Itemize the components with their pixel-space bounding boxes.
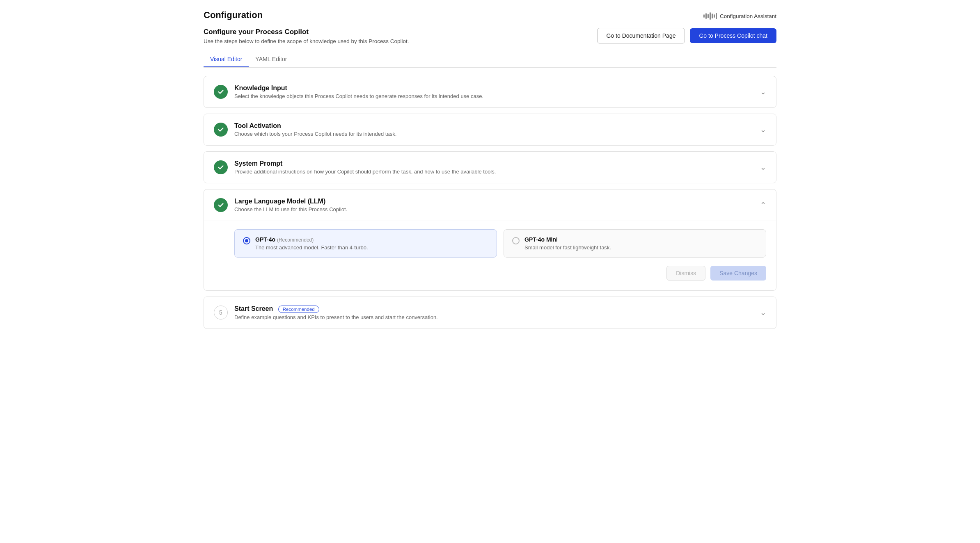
system-prompt-desc: Provide additional instructions on how y… xyxy=(234,169,496,175)
llm-gpt4o-mini-desc: Small model for fast lightweight task. xyxy=(524,244,611,251)
waveform-icon xyxy=(703,12,717,20)
copilot-chat-button[interactable]: Go to Process Copilot chat xyxy=(690,28,776,43)
config-assistant-text: Configuration Assistant xyxy=(720,13,776,19)
system-prompt-title: System Prompt xyxy=(234,160,496,167)
llm-check-icon xyxy=(214,198,228,212)
docs-button[interactable]: Go to Documentation Page xyxy=(597,28,685,43)
llm-gpt4o-name: GPT-4o (Recommended) xyxy=(255,236,368,243)
llm-gpt4o-desc: The most advanced model. Faster than 4-t… xyxy=(255,244,368,251)
section-knowledge-input: Knowledge Input Select the knowledge obj… xyxy=(204,76,776,108)
llm-gpt4o-tag: (Recommended) xyxy=(277,237,314,243)
knowledge-input-desc: Select the knowledge objects this Proces… xyxy=(234,93,483,99)
llm-gpt4o-mini-name: GPT-4o Mini xyxy=(524,236,611,243)
start-screen-chevron: ⌄ xyxy=(760,308,766,317)
llm-option-gpt4o[interactable]: GPT-4o (Recommended) The most advanced m… xyxy=(234,229,497,258)
llm-chevron: ⌃ xyxy=(760,201,766,210)
llm-radio-gpt4o-mini xyxy=(512,237,520,244)
llm-options: GPT-4o (Recommended) The most advanced m… xyxy=(234,221,766,258)
knowledge-input-chevron: ⌄ xyxy=(760,87,766,96)
start-screen-title: Start Screen Recommended xyxy=(234,305,438,313)
knowledge-input-check-icon xyxy=(214,85,228,99)
system-prompt-chevron: ⌄ xyxy=(760,163,766,172)
start-screen-desc: Define example questions and KPIs to pre… xyxy=(234,314,438,320)
section-tool-activation-header[interactable]: Tool Activation Choose which tools your … xyxy=(204,114,776,145)
tab-visual-editor[interactable]: Visual Editor xyxy=(204,52,249,67)
header-actions: Go to Documentation Page Go to Process C… xyxy=(597,28,776,43)
section-system-prompt: System Prompt Provide additional instruc… xyxy=(204,151,776,183)
llm-footer: Dismiss Save Changes xyxy=(234,258,766,281)
section-system-prompt-header[interactable]: System Prompt Provide additional instruc… xyxy=(204,152,776,183)
section-start-screen-header[interactable]: 5 Start Screen Recommended Define exampl… xyxy=(204,297,776,329)
recommended-badge: Recommended xyxy=(278,306,319,313)
save-changes-button[interactable]: Save Changes xyxy=(710,266,766,281)
configure-title: Configure your Process Copilot xyxy=(204,28,409,36)
start-screen-number-icon: 5 xyxy=(214,306,228,319)
page-title: Configuration xyxy=(204,10,263,21)
config-assistant-label: Configuration Assistant xyxy=(703,12,776,20)
llm-option-gpt4o-mini[interactable]: GPT-4o Mini Small model for fast lightwe… xyxy=(504,229,766,258)
section-tool-activation: Tool Activation Choose which tools your … xyxy=(204,114,776,146)
section-llm-header[interactable]: Large Language Model (LLM) Choose the LL… xyxy=(204,189,776,221)
llm-title: Large Language Model (LLM) xyxy=(234,198,347,205)
tabs-row: Visual Editor YAML Editor xyxy=(204,52,776,68)
section-llm: Large Language Model (LLM) Choose the LL… xyxy=(204,189,776,291)
configure-desc: Use the steps below to define the scope … xyxy=(204,38,409,44)
llm-desc: Choose the LLM to use for this Process C… xyxy=(234,206,347,212)
tab-yaml-editor[interactable]: YAML Editor xyxy=(249,52,293,67)
tool-activation-desc: Choose which tools your Process Copilot … xyxy=(234,131,396,137)
llm-body: GPT-4o (Recommended) The most advanced m… xyxy=(204,221,776,290)
system-prompt-check-icon xyxy=(214,160,228,174)
section-knowledge-input-header[interactable]: Knowledge Input Select the knowledge obj… xyxy=(204,76,776,107)
tool-activation-title: Tool Activation xyxy=(234,122,396,130)
dismiss-button[interactable]: Dismiss xyxy=(666,266,705,281)
section-start-screen: 5 Start Screen Recommended Define exampl… xyxy=(204,297,776,329)
knowledge-input-title: Knowledge Input xyxy=(234,84,483,92)
llm-radio-gpt4o xyxy=(243,237,250,244)
tool-activation-chevron: ⌄ xyxy=(760,125,766,134)
tool-activation-check-icon xyxy=(214,123,228,137)
